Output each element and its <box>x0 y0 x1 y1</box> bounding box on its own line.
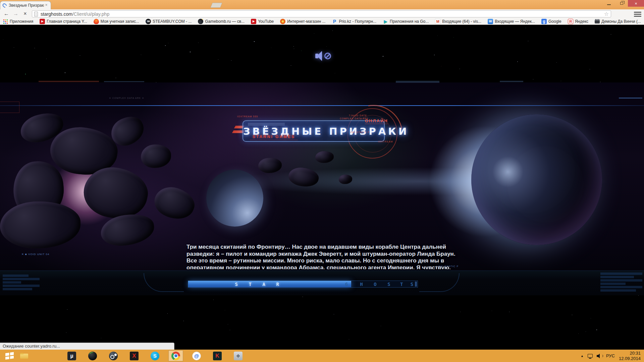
bookmark-item[interactable]: Приложения <box>3 19 33 24</box>
bookmark-label: STEAMBUY.COM - ... <box>153 19 192 24</box>
hud-frame <box>0 102 19 113</box>
bookmark-label: Приложения <box>10 19 33 24</box>
planet-large <box>471 114 602 245</box>
bookmark-item[interactable]: Входящие (64) - vis... <box>435 19 481 24</box>
bookmark-item[interactable]: Моя учетная запис... <box>94 19 139 24</box>
hud-bar <box>619 98 642 99</box>
taskbar-app-icon <box>5 352 14 360</box>
bookmark-item[interactable]: Google <box>541 19 561 24</box>
bookmark-item[interactable]: Входящие — Яндек... <box>488 19 535 24</box>
bookmark-favicon <box>332 19 337 24</box>
taskbar-app-button[interactable] <box>148 350 162 361</box>
bookmark-label: Моя учетная запис... <box>101 19 139 24</box>
hud-bar <box>500 81 523 82</box>
bookmark-label: Входящие (64) - vis... <box>442 19 481 24</box>
taskbar-app-button[interactable] <box>64 350 79 361</box>
loader-letter: S <box>411 282 413 287</box>
taskbar-clock[interactable]: 20:31 12.09.2014 <box>619 351 642 361</box>
url-host: starghosts.com <box>41 11 72 17</box>
restore-button[interactable] <box>615 0 628 7</box>
taskbar-app-button[interactable] <box>17 350 32 361</box>
loader-letter: T <box>249 282 251 287</box>
loading-progress-fill <box>188 281 351 287</box>
new-tab-button[interactable] <box>210 3 222 8</box>
hud-bar <box>39 81 99 82</box>
windows-taskbar: ▲ РУС 20:31 12.09.2014 <box>0 350 644 362</box>
tab-strip: S SEO sprint × S SEO sprint × S SEO spri… <box>0 1 644 9</box>
story-line: разведки: я – пилот и командир экипажа Д… <box>186 251 459 258</box>
story-line: Три месяца скитаний по Фронтиру… Нас дво… <box>186 244 459 251</box>
taskbar-app-button[interactable] <box>127 350 142 361</box>
taskbar-app-icon <box>67 352 76 360</box>
mute-crossed-circle-icon <box>324 53 331 59</box>
taskbar-app-button[interactable] <box>210 350 225 361</box>
asteroid <box>0 201 80 248</box>
asteroid <box>150 182 199 224</box>
asteroid <box>339 175 352 184</box>
browser-tab[interactable]: Звездные Призраки - кос × <box>0 1 51 9</box>
minimize-icon <box>607 4 611 5</box>
bookmark-label: Приложения на Go... <box>390 19 429 24</box>
url-text: starghosts.com/Client/ui/play.php <box>41 11 604 17</box>
bookmark-favicon <box>198 19 203 24</box>
asteroid <box>141 144 171 168</box>
hud-decorative-text: ✕ ■ VOID UNIT 04 <box>21 253 49 256</box>
status-bar: Ожидание counter.yadro.ru... <box>0 343 174 350</box>
hud-decorative-text: VNK STATIC P <box>350 131 370 133</box>
volume-icon[interactable] <box>597 354 602 358</box>
taskbar-app-button[interactable] <box>2 350 17 361</box>
bookmark-item[interactable]: Главная страница Y... <box>40 19 87 24</box>
hud-line-stack <box>600 273 642 293</box>
taskbar-app-button[interactable] <box>106 350 121 361</box>
bookmark-favicon <box>568 19 573 24</box>
bookmark-favicon <box>94 19 99 24</box>
chrome-menu-icon[interactable] <box>634 10 641 18</box>
clock-time: 20:31 <box>619 351 641 356</box>
bookmark-label: Gamebomb.ru — св... <box>205 19 245 24</box>
bookmark-star-icon[interactable]: ☆ <box>604 11 609 17</box>
bookmark-label: Интернет-магазин ... <box>287 19 325 24</box>
close-button[interactable]: × <box>628 0 644 7</box>
mute-sound-button[interactable] <box>315 50 333 62</box>
bookmark-favicon <box>3 19 8 24</box>
minimize-button[interactable] <box>602 0 615 7</box>
bookmark-item[interactable]: Яндекс <box>568 19 588 24</box>
asteroid <box>258 158 282 173</box>
bookmarks-bar: Приложения Главная страница Y... Моя уче… <box>0 18 644 25</box>
bookmark-item[interactable]: Приложения на Go... <box>383 19 429 24</box>
banner-top-line <box>0 105 644 106</box>
taskbar-app-button[interactable] <box>168 350 183 361</box>
loader-letter: H <box>360 282 363 287</box>
bookmark-item[interactable]: Демоны Да Винчи (... <box>595 19 641 24</box>
bookmark-item[interactable]: Prio.kz - Популярн... <box>332 19 376 24</box>
taskbar-app-button[interactable] <box>189 350 204 361</box>
loader-letter: O <box>374 282 376 287</box>
hud-decorative-text: IOXTREAM <box>378 140 393 143</box>
forward-button[interactable]: → <box>12 10 19 17</box>
bookmark-favicon <box>435 19 440 24</box>
bookmark-item[interactable]: Интернет-магазин ... <box>280 19 325 24</box>
taskbar-app-button[interactable] <box>231 350 246 361</box>
bookmark-item[interactable]: YouTube <box>251 19 274 24</box>
tab-close-icon[interactable]: × <box>44 3 49 8</box>
network-icon[interactable] <box>588 354 593 358</box>
system-tray: ▲ РУС 20:31 12.09.2014 <box>581 350 642 362</box>
hud-decorative-text: IOXTREAM 555 <box>237 115 258 118</box>
language-indicator[interactable]: РУС <box>606 353 615 358</box>
tab-favicon <box>2 2 8 8</box>
restore-icon <box>620 2 623 5</box>
loader-letter: T <box>400 282 403 287</box>
bookmark-item[interactable]: Gamebomb.ru — св... <box>198 19 245 24</box>
stop-button[interactable]: × <box>21 10 29 17</box>
loading-progress-bar: S T A R G H O S T S <box>188 281 418 288</box>
intro-story-text: Три месяца скитаний по Фронтиру… Нас дво… <box>186 244 459 269</box>
bookmark-label: Демоны Да Винчи (... <box>601 19 641 24</box>
address-bar[interactable]: starghosts.com/Client/ui/play.php ☆ <box>32 10 611 17</box>
bookmark-favicon <box>595 19 600 23</box>
studio-logo-text: STARNI GAMES <box>250 134 298 140</box>
back-button[interactable]: ← <box>3 10 10 17</box>
bookmark-label: Google <box>548 19 561 24</box>
bookmark-item[interactable]: STEAMBUY.COM - ... <box>146 19 192 24</box>
hidden-icons-chevron-icon[interactable]: ▲ <box>581 354 584 358</box>
taskbar-app-button[interactable] <box>85 350 100 361</box>
